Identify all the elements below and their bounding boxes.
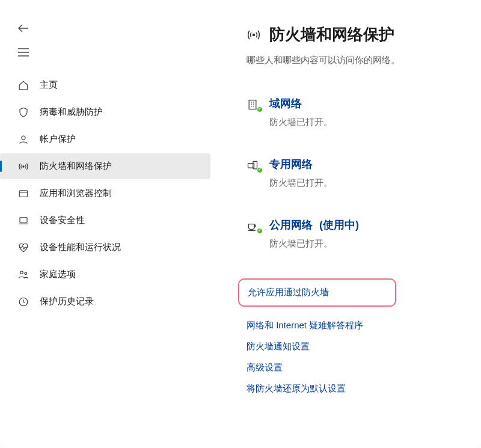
nav-label: 帐户保护 [40, 133, 76, 145]
svg-point-5 [25, 272, 27, 274]
menu-button[interactable] [0, 48, 216, 71]
app-icon [17, 188, 30, 199]
network-title: 专用网络 [269, 158, 313, 170]
nav-label: 主页 [40, 79, 58, 91]
public-network-section: 公用网络 (使用中) 防火墙已打开。 [247, 218, 463, 250]
back-button[interactable] [18, 24, 29, 32]
nav-account-protection[interactable]: 帐户保护 [0, 126, 210, 152]
family-icon [17, 269, 30, 280]
page-title: 防火墙和网络保护 [269, 24, 394, 45]
nav-device-security[interactable]: 设备安全性 [0, 207, 210, 233]
nav-device-performance[interactable]: 设备性能和运行状况 [0, 235, 210, 260]
person-icon [17, 134, 30, 145]
allow-app-through-firewall-link[interactable]: 允许应用通过防火墙 [248, 287, 329, 298]
svg-point-4 [20, 271, 23, 274]
restore-firewall-defaults-link[interactable]: 将防火墙还原为默认设置 [247, 383, 463, 394]
nav-label: 设备性能和运行状况 [40, 242, 121, 253]
svg-rect-3 [20, 217, 27, 222]
page-subtitle: 哪些人和哪些内容可以访问你的网络。 [247, 55, 463, 66]
nav-family-options[interactable]: 家庭选项 [0, 262, 210, 287]
domain-network-status: 防火墙已打开。 [269, 117, 332, 128]
check-badge-icon [257, 228, 263, 234]
svg-point-7 [253, 34, 255, 35]
public-network-link[interactable]: 公用网络 (使用中) [269, 218, 359, 232]
cafe-icon [247, 220, 261, 232]
nav-protection-history[interactable]: 保护历史记录 [0, 289, 210, 315]
antenna-icon [247, 28, 261, 42]
sidebar: 主页 病毒和威胁防护 帐户保护 [0, 18, 216, 448]
svg-rect-8 [249, 100, 256, 109]
svg-point-1 [23, 165, 24, 167]
check-badge-icon [257, 106, 263, 112]
nav-app-browser-control[interactable]: 应用和浏览器控制 [0, 180, 210, 206]
network-troubleshooter-link[interactable]: 网络和 Internet 疑难解答程序 [247, 320, 463, 331]
shield-icon [17, 107, 30, 118]
nav-home[interactable]: 主页 [0, 72, 210, 98]
network-in-use-label: (使用中) [319, 219, 359, 231]
network-title: 公用网络 [269, 219, 313, 231]
nav-firewall[interactable]: 防火墙和网络保护 [0, 153, 210, 179]
nav-label: 防火墙和网络保护 [40, 161, 112, 172]
antenna-icon [17, 161, 30, 172]
public-network-status: 防火墙已打开。 [269, 238, 359, 250]
nav-virus-protection[interactable]: 病毒和威胁防护 [0, 99, 210, 125]
heart-pulse-icon [17, 242, 30, 253]
firewall-notification-settings-link[interactable]: 防火墙通知设置 [247, 341, 463, 352]
firewall-settings-links: 允许应用通过防火墙 网络和 Internet 疑难解答程序 防火墙通知设置 高级… [247, 278, 463, 394]
advanced-settings-link[interactable]: 高级设置 [247, 362, 463, 373]
domain-network-section: 域网络 防火墙已打开。 [247, 96, 463, 128]
nav-label: 设备安全性 [40, 215, 85, 226]
nav-label: 应用和浏览器控制 [40, 188, 112, 199]
network-title: 域网络 [269, 97, 302, 109]
main-content: 防火墙和网络保护 哪些人和哪些内容可以访问你的网络。 域网络 防火墙已打开。 [216, 18, 481, 448]
domain-network-link[interactable]: 域网络 [269, 96, 332, 111]
nav-label: 保护历史记录 [40, 296, 94, 307]
svg-point-0 [22, 136, 25, 140]
private-network-section: 专用网络 防火墙已打开。 [247, 157, 463, 189]
nav-label: 家庭选项 [40, 269, 76, 280]
nav-label: 病毒和威胁防护 [40, 106, 103, 118]
home-icon [17, 80, 30, 91]
history-icon [17, 296, 30, 307]
private-network-link[interactable]: 专用网络 [269, 157, 332, 171]
building-icon [247, 99, 261, 111]
private-network-icon [247, 159, 261, 171]
private-network-status: 防火墙已打开。 [269, 177, 332, 189]
allow-app-highlight: 允许应用通过防火墙 [238, 278, 396, 307]
laptop-icon [17, 215, 30, 226]
svg-rect-2 [19, 190, 28, 197]
check-badge-icon [257, 167, 263, 173]
